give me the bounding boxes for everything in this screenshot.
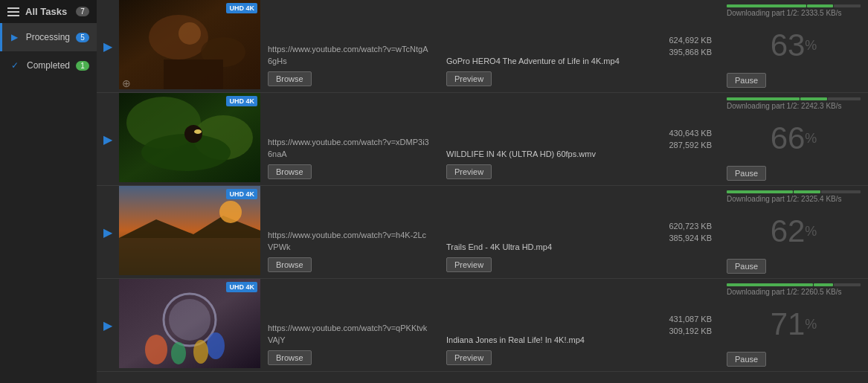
task-url-section: https://www.youtube.com/watch?v=qPKKtvkV… (260, 279, 439, 371)
progress-percent: 63% (727, 17, 861, 73)
sidebar-item-processing[interactable]: ▶ Processing 5 (0, 23, 97, 51)
progress-bar (727, 190, 861, 193)
task-size-done: 287,592 KB (645, 141, 712, 149)
pause-section: Pause (727, 352, 861, 367)
task-size-section: 431,087 KB 309,192 KB (637, 279, 719, 371)
all-tasks-badge: 7 (76, 7, 89, 16)
preview-button[interactable]: Preview (446, 71, 492, 86)
svg-point-20 (171, 342, 186, 364)
svg-point-9 (184, 125, 202, 143)
svg-point-4 (179, 22, 201, 45)
pause-section: Pause (727, 73, 861, 88)
sidebar-header: All Tasks 7 (0, 0, 97, 23)
task-size-done: 309,192 KB (645, 326, 712, 335)
progress-bar (727, 283, 861, 286)
browse-button[interactable]: Browse (268, 71, 312, 86)
pause-section: Pause (727, 259, 861, 274)
pause-button[interactable]: Pause (727, 73, 766, 88)
task-size-done: 385,924 KB (645, 234, 712, 242)
task-play-button[interactable]: ▶ (97, 0, 119, 92)
preview-button[interactable]: Preview (446, 350, 492, 365)
browse-button[interactable]: Browse (268, 350, 312, 365)
task-play-button[interactable]: ▶ (97, 186, 119, 278)
task-url-text: https://www.youtube.com/watch?v=xDMP3i36… (268, 137, 431, 160)
task-progress-section: Downloading part 1/2: 2242.3 KB/s 66% Pa… (719, 93, 868, 185)
task-name-section: GoPro HERO4 The Adventure of Life in 4K.… (439, 0, 637, 92)
uhd-badge: UHD 4K (226, 282, 257, 292)
task-thumbnail: UHD 4K (119, 186, 260, 278)
pause-button[interactable]: Pause (727, 259, 766, 274)
task-name-section: Indiana Jones in Real Life! In 4K!.mp4 P… (439, 279, 637, 371)
svg-point-14 (219, 201, 242, 223)
task-progress-section: Downloading part 1/2: 2325.4 KB/s 62% Pa… (719, 186, 868, 278)
preview-button[interactable]: Preview (446, 164, 492, 179)
task-row: ▶ UHD 4K https://www.youtube.com/watch?v… (97, 186, 868, 279)
task-url-section: https://www.youtube.com/watch?v=xDMP3i36… (260, 93, 439, 185)
sidebar-item-completed[interactable]: ✓ Completed 1 (0, 51, 97, 80)
task-row: ▶ UHD 4K ⊕ https://www.youtube.com/watch… (97, 0, 868, 93)
play-triangle-icon: ▶ (103, 225, 112, 239)
check-icon: ✓ (10, 60, 21, 71)
svg-rect-12 (119, 238, 260, 275)
browse-button[interactable]: Browse (268, 257, 312, 272)
task-row: ▶ UHD 4K https://www.youtube.com/watch?v… (97, 93, 868, 186)
task-url-section: https://www.youtube.com/watch?v=h4K-2LcV… (260, 186, 439, 278)
progress-percent: 66% (727, 110, 861, 166)
svg-point-8 (141, 134, 231, 171)
task-filename: GoPro HERO4 The Adventure of Life in 4K.… (446, 56, 630, 67)
svg-rect-3 (164, 59, 223, 89)
download-speed: Downloading part 1/2: 2325.4 KB/s (727, 195, 861, 203)
task-size-total: 624,692 KB (645, 36, 712, 45)
watermark: ⊕ (122, 77, 131, 89)
task-thumbnail: UHD 4K ⊕ (119, 0, 260, 92)
pause-button[interactable]: Pause (727, 166, 766, 181)
task-play-button[interactable]: ▶ (97, 279, 119, 371)
task-size-section: 624,692 KB 395,868 KB (637, 0, 719, 92)
play-icon: ▶ (10, 32, 20, 42)
task-url-text: https://www.youtube.com/watch?v=wTcNtgA6… (268, 44, 431, 67)
task-progress-section: Downloading part 1/2: 2333.5 KB/s 63% Pa… (719, 0, 868, 92)
task-row: ▶ UHD 4K https://www.youtube.com/watch?v… (97, 279, 868, 372)
uhd-badge: UHD 4K (226, 189, 257, 199)
task-name-section: Trails End - 4K Ultra HD.mp4 Preview (439, 186, 637, 278)
task-size-total: 620,723 KB (645, 222, 712, 231)
task-size-done: 395,868 KB (645, 48, 712, 57)
task-play-button[interactable]: ▶ (97, 93, 119, 185)
sidebar-title: All Tasks (25, 6, 70, 17)
task-size-section: 430,643 KB 287,592 KB (637, 93, 719, 185)
play-triangle-icon: ▶ (103, 39, 112, 54)
task-thumbnail: UHD 4K (119, 279, 260, 371)
pause-button[interactable]: Pause (727, 352, 766, 367)
task-url-text: https://www.youtube.com/watch?v=qPKKtvkV… (268, 323, 431, 346)
task-filename: Indiana Jones in Real Life! In 4K!.mp4 (446, 335, 630, 346)
task-progress-section: Downloading part 1/2: 2260.5 KB/s 71% Pa… (719, 279, 868, 371)
sidebar: All Tasks 7 ▶ Processing 5 ✓ Completed 1 (0, 0, 97, 383)
completed-label: Completed (27, 60, 70, 71)
processing-label: Processing (26, 32, 70, 42)
task-url-text: https://www.youtube.com/watch?v=h4K-2LcV… (268, 230, 431, 253)
task-list: ▶ UHD 4K ⊕ https://www.youtube.com/watch… (97, 0, 868, 383)
download-speed: Downloading part 1/2: 2260.5 KB/s (727, 288, 861, 296)
progress-percent: 62% (727, 203, 861, 259)
preview-button[interactable]: Preview (446, 257, 492, 272)
progress-percent: 71% (727, 296, 861, 352)
download-speed: Downloading part 1/2: 2242.3 KB/s (727, 102, 861, 110)
svg-point-21 (193, 340, 208, 364)
browse-button[interactable]: Browse (268, 164, 312, 179)
uhd-badge: UHD 4K (226, 96, 257, 106)
task-filename: WILDLIFE IN 4K (ULTRA HD) 60fps.wmv (446, 149, 630, 160)
hamburger-icon[interactable] (7, 7, 19, 16)
task-name-section: WILDLIFE IN 4K (ULTRA HD) 60fps.wmv Prev… (439, 93, 637, 185)
processing-badge: 5 (76, 33, 89, 42)
task-filename: Trails End - 4K Ultra HD.mp4 (446, 242, 630, 253)
svg-point-17 (169, 299, 210, 341)
progress-bar (727, 97, 861, 100)
svg-point-19 (207, 332, 225, 359)
download-speed: Downloading part 1/2: 2333.5 KB/s (727, 9, 861, 17)
svg-point-18 (145, 335, 167, 364)
play-triangle-icon: ▶ (103, 318, 112, 332)
task-thumbnail: UHD 4K (119, 93, 260, 185)
task-url-section: https://www.youtube.com/watch?v=wTcNtgA6… (260, 0, 439, 92)
task-size-total: 431,087 KB (645, 315, 712, 324)
play-triangle-icon: ▶ (103, 132, 112, 147)
